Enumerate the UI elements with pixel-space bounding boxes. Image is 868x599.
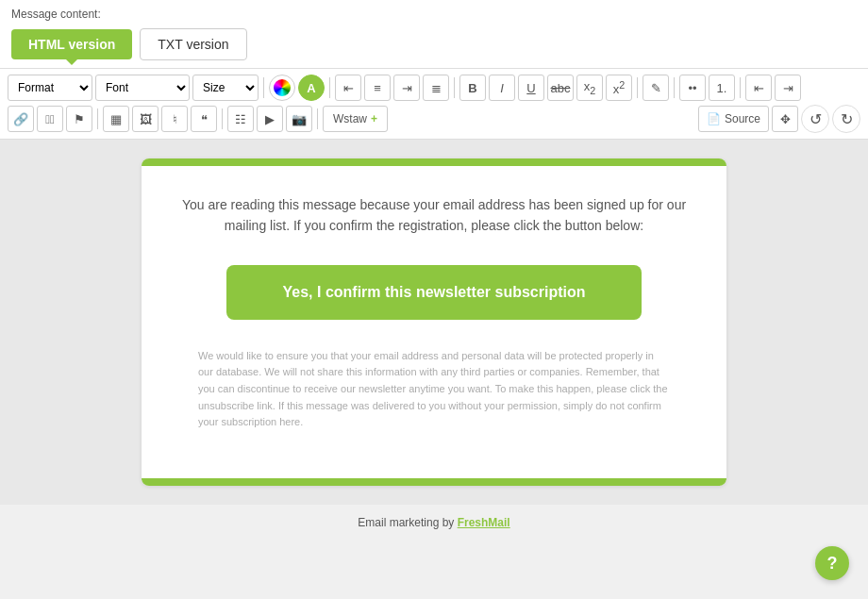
eraser-button[interactable]: ✎ xyxy=(643,75,669,101)
align-left-button[interactable]: ⇤ xyxy=(335,75,361,101)
color-picker-button[interactable] xyxy=(269,75,295,101)
outdent-icon: ⇤ xyxy=(754,81,764,95)
confirm-subscription-button[interactable]: Yes, I confirm this newsletter subscript… xyxy=(226,265,643,320)
fullscreen-button[interactable]: ✥ xyxy=(772,106,798,132)
fullscreen-icon: ✥ xyxy=(780,112,791,126)
indent-button[interactable]: ⇥ xyxy=(775,75,801,101)
blockquote-button[interactable]: ❝ xyxy=(191,106,217,132)
unlink-icon: 🔗⃠ xyxy=(45,112,55,126)
special-char-button[interactable]: ♮ xyxy=(161,106,188,132)
image-insert-icon: 🖼 xyxy=(140,112,152,126)
anchor-icon: A xyxy=(307,81,315,95)
redo-button[interactable]: ↻ xyxy=(832,105,860,133)
source-doc-icon: 📄 xyxy=(707,112,721,125)
divider-1 xyxy=(263,77,264,98)
align-center-button[interactable]: ≡ xyxy=(364,75,391,101)
source-label: Source xyxy=(725,112,760,125)
italic-button[interactable]: I xyxy=(489,75,515,101)
message-label: Message content: xyxy=(11,8,857,21)
superscript-button[interactable]: x2 xyxy=(606,75,632,101)
unordered-list-button[interactable]: •• xyxy=(679,75,706,101)
photo-button[interactable]: 📷 xyxy=(286,106,312,132)
unordered-list-icon: •• xyxy=(688,81,696,95)
email-top-border xyxy=(142,158,726,166)
divider-4 xyxy=(637,77,638,98)
superscript-icon: x2 xyxy=(613,79,626,96)
flag-icon: ⚑ xyxy=(74,112,85,126)
align-left-icon: ⇤ xyxy=(343,81,354,95)
image-insert-button[interactable]: 🖼 xyxy=(132,106,159,132)
photo-icon: 📷 xyxy=(292,112,307,126)
size-select[interactable]: Size xyxy=(192,75,259,101)
align-center-icon: ≡ xyxy=(374,81,381,95)
align-right-button[interactable]: ⇥ xyxy=(393,75,420,101)
play-icon: ▶ xyxy=(265,112,275,126)
anchor-color-button[interactable]: A xyxy=(298,75,325,101)
divider-2 xyxy=(329,77,330,98)
wstaw-button[interactable]: Wstaw + xyxy=(323,106,388,132)
table-button[interactable]: ▦ xyxy=(103,106,129,132)
font-select[interactable]: Font xyxy=(95,75,190,101)
email-preview: You are reading this message because you… xyxy=(142,158,726,486)
txt-version-tab[interactable]: TXT version xyxy=(140,28,246,60)
strikethrough-icon: abc xyxy=(551,81,571,95)
special-char-icon: ♮ xyxy=(173,112,177,126)
link-icon: 🔗 xyxy=(13,112,28,126)
divider-3 xyxy=(454,77,455,98)
align-justify-button[interactable]: ≣ xyxy=(423,75,449,101)
eraser-icon: ✎ xyxy=(651,81,661,95)
divider-7 xyxy=(97,108,98,129)
indent-icon: ⇥ xyxy=(783,81,793,95)
italic-icon: I xyxy=(500,81,504,95)
color-circle-icon xyxy=(274,79,291,96)
format-select[interactable]: Format xyxy=(8,75,92,101)
email-footer-text: We would like to ensure you that your em… xyxy=(179,348,689,431)
freshmail-link[interactable]: FreshMail xyxy=(458,516,510,529)
divider-5 xyxy=(674,77,675,98)
bold-icon: B xyxy=(468,81,476,95)
wstaw-label: Wstaw xyxy=(333,112,367,125)
redo-icon: ↻ xyxy=(841,110,853,128)
outdent-button[interactable]: ⇤ xyxy=(745,75,772,101)
footer-text: Email marketing by xyxy=(358,516,457,529)
wstaw-plus-icon: + xyxy=(371,112,377,125)
help-icon: ? xyxy=(827,554,838,574)
unlink-button[interactable]: 🔗⃠ xyxy=(37,106,63,132)
strikethrough-button[interactable]: abc xyxy=(547,75,574,101)
underline-icon: U xyxy=(526,81,535,95)
align-justify-icon: ≣ xyxy=(431,81,442,95)
ordered-list-icon: 1. xyxy=(717,81,727,95)
email-bottom-border xyxy=(142,478,726,486)
flag-button[interactable]: ⚑ xyxy=(66,106,92,132)
grid-icon: ☷ xyxy=(235,112,246,126)
help-button[interactable]: ? xyxy=(815,546,849,580)
undo-icon: ↺ xyxy=(810,110,822,128)
bold-button[interactable]: B xyxy=(459,75,486,101)
link-button[interactable]: 🔗 xyxy=(8,106,34,132)
page-footer: Email marketing by FreshMail xyxy=(0,505,868,541)
blockquote-icon: ❝ xyxy=(201,112,208,126)
divider-8 xyxy=(222,108,223,129)
underline-button[interactable]: U xyxy=(518,75,544,101)
ordered-list-button[interactable]: 1. xyxy=(709,75,735,101)
grid-button[interactable]: ☷ xyxy=(227,106,254,132)
subscript-icon: x2 xyxy=(584,79,596,96)
divider-6 xyxy=(740,77,741,98)
html-version-tab[interactable]: HTML version xyxy=(11,29,132,59)
source-button[interactable]: 📄 Source xyxy=(698,106,769,132)
divider-9 xyxy=(317,108,318,129)
subscript-button[interactable]: x2 xyxy=(576,75,603,101)
email-main-text: You are reading this message because you… xyxy=(179,194,689,237)
play-button[interactable]: ▶ xyxy=(257,106,283,132)
align-right-icon: ⇥ xyxy=(402,81,412,95)
table-icon: ▦ xyxy=(110,112,122,126)
undo-button[interactable]: ↺ xyxy=(801,105,829,133)
